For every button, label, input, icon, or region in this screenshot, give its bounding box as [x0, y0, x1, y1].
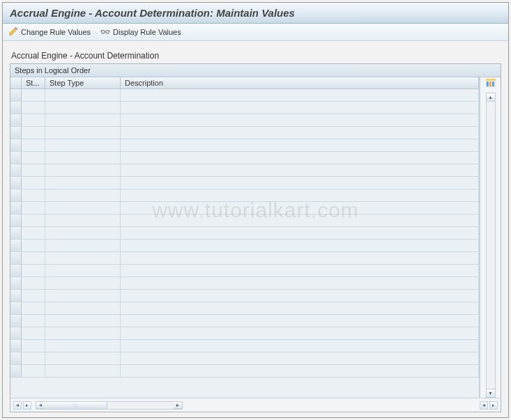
cell-step-type[interactable] [45, 315, 121, 327]
cell-st[interactable] [22, 227, 45, 239]
table-row[interactable] [10, 215, 479, 227]
row-handle[interactable] [10, 164, 22, 176]
nav-last-button[interactable]: ▸ [489, 401, 498, 410]
cell-description[interactable] [121, 327, 479, 339]
cell-st[interactable] [22, 164, 45, 176]
table-row[interactable] [10, 315, 479, 327]
cell-description[interactable] [121, 365, 479, 377]
cell-st[interactable] [22, 327, 45, 339]
nav-prev-button[interactable]: ▸ [23, 401, 31, 410]
cell-step-type[interactable] [45, 177, 121, 189]
cell-st[interactable] [22, 215, 45, 226]
column-header-description[interactable]: Description [121, 77, 479, 88]
table-row[interactable] [10, 265, 479, 277]
row-handle[interactable] [10, 340, 22, 352]
row-handle[interactable] [10, 327, 22, 339]
hscroll-right-button[interactable]: ► [174, 402, 182, 409]
table-row[interactable] [10, 302, 479, 315]
cell-description[interactable] [121, 290, 479, 302]
row-handle[interactable] [10, 252, 22, 264]
cell-step-type[interactable] [45, 290, 121, 302]
cell-st[interactable] [22, 114, 45, 126]
cell-step-type[interactable] [45, 365, 121, 377]
cell-step-type[interactable] [45, 139, 121, 151]
cell-step-type[interactable] [45, 302, 121, 314]
cell-step-type[interactable] [45, 327, 121, 339]
cell-description[interactable] [121, 277, 479, 289]
cell-st[interactable] [22, 89, 45, 101]
table-row[interactable] [10, 152, 479, 164]
cell-step-type[interactable] [45, 189, 121, 201]
cell-description[interactable] [121, 265, 479, 277]
table-row[interactable] [10, 352, 479, 365]
cell-description[interactable] [121, 340, 479, 352]
row-handle[interactable] [10, 114, 22, 126]
cell-st[interactable] [22, 189, 45, 201]
row-handle[interactable] [10, 352, 22, 364]
cell-step-type[interactable] [45, 164, 121, 176]
cell-st[interactable] [22, 252, 45, 264]
cell-description[interactable] [121, 189, 479, 201]
table-row[interactable] [10, 277, 479, 290]
row-handle[interactable] [10, 315, 22, 327]
hscroll-left-button[interactable]: ◄ [36, 402, 45, 409]
table-row[interactable] [10, 252, 479, 265]
cell-st[interactable] [22, 127, 45, 139]
table-row[interactable] [10, 365, 479, 378]
scroll-down-button[interactable]: ▼ [487, 389, 495, 397]
cell-step-type[interactable] [45, 352, 121, 364]
table-row[interactable] [10, 327, 479, 340]
cell-st[interactable] [22, 102, 45, 114]
row-handle[interactable] [10, 127, 22, 139]
cell-step-type[interactable] [45, 277, 121, 289]
cell-st[interactable] [22, 277, 45, 289]
cell-st[interactable] [22, 352, 45, 364]
cell-description[interactable] [121, 127, 479, 139]
cell-description[interactable] [121, 177, 479, 189]
row-handle[interactable] [10, 302, 22, 314]
table-row[interactable] [10, 240, 479, 252]
cell-description[interactable] [121, 252, 479, 264]
cell-step-type[interactable] [45, 102, 121, 114]
table-row[interactable] [10, 114, 479, 127]
cell-description[interactable] [121, 227, 479, 239]
cell-step-type[interactable] [45, 265, 121, 277]
row-handle[interactable] [10, 277, 22, 289]
horizontal-scrollbar[interactable]: ◄ ::: ► [36, 401, 183, 410]
cell-st[interactable] [22, 302, 45, 314]
cell-description[interactable] [121, 164, 479, 176]
table-row[interactable] [10, 164, 479, 177]
cell-description[interactable] [121, 302, 479, 314]
cell-st[interactable] [22, 315, 45, 327]
cell-step-type[interactable] [45, 127, 121, 139]
table-settings-icon[interactable] [486, 79, 496, 88]
row-handle[interactable] [10, 152, 22, 164]
row-handle[interactable] [10, 89, 22, 101]
row-handle[interactable] [10, 202, 22, 214]
cell-st[interactable] [22, 265, 45, 277]
table-row[interactable] [10, 189, 479, 202]
row-handle[interactable] [10, 177, 22, 189]
cell-st[interactable] [22, 139, 45, 151]
cell-st[interactable] [22, 177, 45, 189]
table-row[interactable] [10, 227, 479, 240]
hscroll-thumb[interactable]: ::: [45, 402, 107, 409]
table-row[interactable] [10, 177, 479, 189]
table-row[interactable] [10, 290, 479, 302]
cell-description[interactable] [121, 152, 479, 164]
hscroll-track[interactable] [107, 402, 174, 409]
table-row[interactable] [10, 139, 479, 152]
cell-st[interactable] [22, 340, 45, 352]
cell-description[interactable] [121, 89, 479, 101]
cell-description[interactable] [121, 102, 479, 114]
table-row[interactable] [10, 127, 479, 139]
table-row[interactable] [10, 89, 479, 102]
cell-description[interactable] [121, 139, 479, 151]
row-handle[interactable] [10, 102, 22, 114]
vertical-scrollbar[interactable]: ▲ ▼ [486, 93, 496, 398]
cell-step-type[interactable] [45, 240, 121, 251]
row-handle[interactable] [10, 215, 22, 226]
cell-step-type[interactable] [45, 252, 121, 264]
select-all-handle[interactable] [10, 77, 22, 88]
cell-st[interactable] [22, 202, 45, 214]
